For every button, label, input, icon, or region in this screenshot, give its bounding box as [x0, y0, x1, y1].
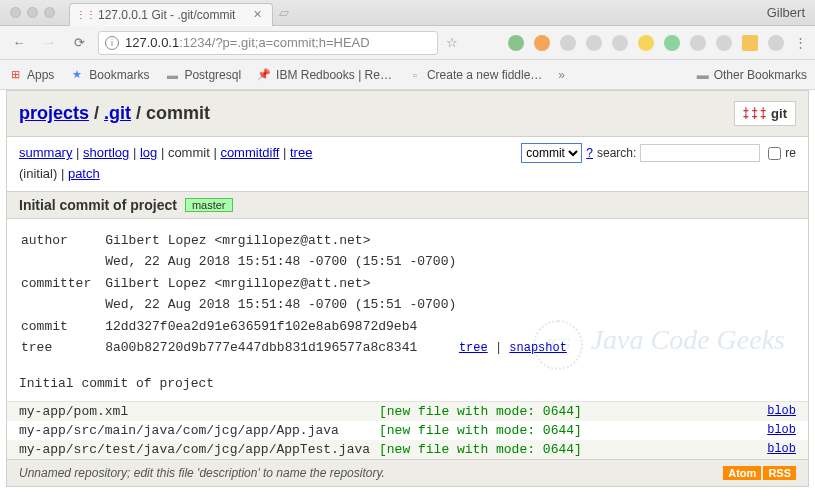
ext-icon[interactable] — [664, 35, 680, 51]
search-label: search: — [597, 146, 636, 160]
action-label: commit — [146, 103, 210, 123]
tree-hash: 8a00b82720d9b777e447dbb831d196577a8c8341 — [105, 340, 417, 355]
tab-title: 127.0.0.1 Git - .git/commit — [98, 8, 235, 22]
folder-icon: ▬ — [697, 68, 709, 82]
bookmark-item[interactable]: ▫Create a new fiddle… — [408, 68, 542, 82]
atom-link[interactable]: Atom — [723, 466, 761, 480]
favicon-icon: ⋮⋮ — [80, 9, 92, 21]
star-icon[interactable]: ☆ — [446, 35, 458, 50]
git-logo[interactable]: + + ++ + + git — [734, 101, 796, 126]
commit-metadata: authorGilbert Lopez <mrgillopez@att.net>… — [7, 219, 808, 370]
file-mode: [new file with mode: 0644] — [379, 404, 582, 419]
projects-link[interactable]: projects — [19, 103, 89, 123]
ext-icon[interactable] — [716, 35, 732, 51]
new-tab-icon[interactable]: ▱ — [279, 5, 289, 20]
regex-checkbox[interactable] — [768, 147, 781, 160]
commit-hash: 12dd327f0ea2d91e636591f102e8ab69872d9eb4 — [105, 317, 579, 337]
search-help-link[interactable]: ? — [586, 146, 593, 160]
file-path: my-app/pom.xml — [19, 404, 379, 419]
menu-icon[interactable]: ⋮ — [794, 35, 807, 51]
commit-subject: Initial commit of project — [19, 197, 177, 213]
bookmark-item[interactable]: 📌IBM Redbooks | Re… — [257, 68, 392, 82]
commit-title: Initial commit of project master — [7, 191, 808, 219]
ext-icon[interactable] — [638, 35, 654, 51]
author-label: author — [21, 231, 103, 251]
repo-link[interactable]: .git — [104, 103, 131, 123]
profile-name[interactable]: Gilbert — [767, 5, 805, 20]
page-icon: ▫ — [408, 68, 422, 82]
folder-icon: ▬ — [165, 68, 179, 82]
feed-links: Atom RSS — [723, 466, 796, 480]
back-button[interactable]: ← — [8, 32, 30, 54]
apps-shortcut[interactable]: ⊞Apps — [8, 68, 54, 82]
url-field[interactable]: i 127.0.0.1:1234/?p=.git;a=commit;h=HEAD — [98, 31, 438, 55]
ext-icon[interactable] — [586, 35, 602, 51]
overflow-icon[interactable]: » — [558, 68, 565, 82]
extensions: ⋮ — [508, 35, 807, 51]
search-area: commit ? search: re — [521, 143, 796, 163]
url-host: 127.0.0.1 — [125, 35, 179, 50]
commit-message: Initial commit of project — [7, 370, 808, 402]
close-dot[interactable] — [10, 7, 21, 18]
tree-hash-label: tree — [21, 338, 103, 358]
file-mode: [new file with mode: 0644] — [379, 423, 582, 438]
file-row: my-app/pom.xml [new file with mode: 0644… — [7, 402, 808, 421]
commitdiff-link[interactable]: commitdiff — [220, 145, 279, 160]
patch-link[interactable]: patch — [68, 166, 100, 181]
search-input[interactable] — [640, 144, 760, 162]
file-row: my-app/src/main/java/com/jcg/app/App.jav… — [7, 421, 808, 440]
initial-label: (initial) — [19, 166, 57, 181]
log-link[interactable]: log — [140, 145, 157, 160]
browser-tab[interactable]: ⋮⋮ 127.0.0.1 Git - .git/commit ✕ — [69, 3, 273, 26]
file-row: my-app/src/test/java/com/jcg/app/AppTest… — [7, 440, 808, 459]
apps-icon: ⊞ — [8, 68, 22, 82]
author-date: Wed, 22 Aug 2018 15:51:48 -0700 (15:51 -… — [105, 252, 579, 272]
branch-badge[interactable]: master — [185, 198, 233, 212]
address-bar: ← → ⟳ i 127.0.0.1:1234/?p=.git;a=commit;… — [0, 26, 815, 60]
minimize-dot[interactable] — [27, 7, 38, 18]
blob-link[interactable]: blob — [767, 423, 796, 437]
ext-icon[interactable] — [768, 35, 784, 51]
file-path: my-app/src/main/java/com/jcg/app/App.jav… — [19, 423, 379, 438]
ext-icon[interactable] — [534, 35, 550, 51]
zoom-dot[interactable] — [44, 7, 55, 18]
nav-row: summary | shortlog | log | commit | comm… — [7, 137, 808, 191]
search-type-select[interactable]: commit — [521, 143, 582, 163]
url-port: :1234 — [179, 35, 212, 50]
git-plus-icon: + + ++ + + — [743, 108, 766, 120]
blob-link[interactable]: blob — [767, 442, 796, 456]
page-footer: Unnamed repository; edit this file 'desc… — [7, 459, 808, 486]
bookmarks-bar: ⊞Apps ★Bookmarks ▬Postgresql 📌IBM Redboo… — [0, 60, 815, 90]
ext-icon[interactable] — [508, 35, 524, 51]
ext-icon[interactable] — [560, 35, 576, 51]
snapshot-link[interactable]: snapshot — [509, 341, 567, 355]
rss-link[interactable]: RSS — [763, 466, 796, 480]
url-path: /?p=.git;a=commit;h=HEAD — [212, 35, 370, 50]
shortlog-link[interactable]: shortlog — [83, 145, 129, 160]
pin-icon: 📌 — [257, 68, 271, 82]
other-bookmarks[interactable]: ▬Other Bookmarks — [697, 68, 807, 82]
committer-value: Gilbert Lopez <mrgillopez@att.net> — [105, 274, 579, 294]
close-tab-icon[interactable]: ✕ — [253, 8, 262, 21]
star-icon: ★ — [70, 68, 84, 82]
site-info-icon[interactable]: i — [105, 36, 119, 50]
ext-icon[interactable] — [742, 35, 758, 51]
author-value: Gilbert Lopez <mrgillopez@att.net> — [105, 231, 579, 251]
reload-button[interactable]: ⟳ — [68, 32, 90, 54]
tree-link[interactable]: tree — [459, 341, 488, 355]
ext-icon[interactable] — [612, 35, 628, 51]
browser-tabbar: ⋮⋮ 127.0.0.1 Git - .git/commit ✕ ▱ Gilbe… — [0, 0, 815, 26]
bookmark-item[interactable]: ▬Postgresql — [165, 68, 241, 82]
summary-link[interactable]: summary — [19, 145, 72, 160]
blob-link[interactable]: blob — [767, 404, 796, 418]
nav-links: summary | shortlog | log | commit | comm… — [19, 143, 312, 185]
window-controls[interactable] — [10, 7, 55, 18]
repo-description: Unnamed repository; edit this file 'desc… — [19, 466, 385, 480]
bookmark-item[interactable]: ★Bookmarks — [70, 68, 149, 82]
ext-icon[interactable] — [690, 35, 706, 51]
tree-link[interactable]: tree — [290, 145, 312, 160]
forward-button[interactable]: → — [38, 32, 60, 54]
regex-label: re — [785, 146, 796, 160]
page-header: projects / .git / commit + + ++ + + git — [7, 91, 808, 137]
committer-date: Wed, 22 Aug 2018 15:51:48 -0700 (15:51 -… — [105, 295, 579, 315]
